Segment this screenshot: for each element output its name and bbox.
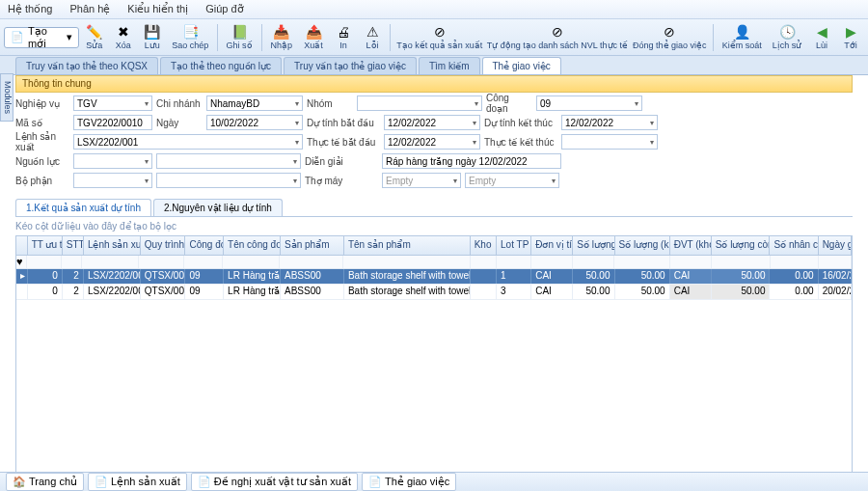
label-congdoan: Công đoạn [486, 93, 532, 114]
history-button[interactable]: 🕓Lịch sử [768, 21, 806, 54]
col-soluongconlai[interactable]: Số lượng còn lại [712, 236, 771, 255]
create-result-button[interactable]: ⊘Tạo kết quả sản xuất [394, 21, 485, 54]
menubar: Hệ thống Phân hệ Kiểu hiển thị Giúp đỡ [0, 0, 868, 19]
export-icon: 📤 [306, 24, 321, 40]
thuctebatdau-field[interactable]: 12/02/2022 [384, 134, 480, 150]
thomay-field-1[interactable]: Empty [382, 173, 461, 188]
col-kho[interactable]: Kho [471, 236, 497, 255]
table-row[interactable]: 0 2 LSX/2202/001 QTSX/004 09 LR Hàng trắ… [16, 285, 852, 300]
export-button[interactable]: 📤Xuất [299, 21, 328, 54]
diengiai-field[interactable]: Ráp hàng trắng ngày 12/02/2022 [382, 153, 561, 169]
label-nhom: Nhóm [307, 98, 353, 109]
col-quytrinh[interactable]: Quy trình SX [141, 236, 186, 255]
bophan-field[interactable] [73, 173, 152, 188]
col-tencongdoan[interactable]: Tên công đoạn [224, 236, 281, 255]
nguonluc-field-2[interactable] [156, 153, 301, 169]
pencil-icon: ✏️ [87, 24, 102, 40]
close-card-button[interactable]: ⊘Đóng thẻ giao việc [630, 21, 709, 54]
col-stt[interactable]: STT [63, 236, 84, 255]
arrow-left-icon: ◀ [814, 24, 829, 40]
col-congdoan[interactable]: Công đoạn [185, 236, 224, 255]
forward-button[interactable]: ▶Tới [837, 21, 864, 54]
nguonluc-field[interactable] [73, 153, 152, 169]
tab-nguonluc[interactable]: Tạo thẻ theo nguồn lực [160, 57, 282, 74]
error-button[interactable]: ⚠Lỗi [359, 21, 386, 54]
col-lottp[interactable]: Lot TP [497, 236, 531, 255]
col-dvtkho[interactable]: ĐVT (kho) [670, 236, 712, 255]
menu-hethong[interactable]: Hệ thống [8, 3, 52, 15]
grid-filter-row[interactable]: ♥ [16, 256, 852, 269]
edit-button[interactable]: ✏️Sửa [81, 21, 108, 54]
col-donvitinh[interactable]: Đơn vị tính [531, 236, 573, 255]
delete-button[interactable]: ✖Xóa [110, 21, 137, 54]
record-button[interactable]: 📗Ghi số [222, 21, 258, 54]
home-icon: 🏠 [13, 476, 26, 488]
arrow-right-icon: ▶ [843, 24, 858, 40]
print-button[interactable]: 🖨In [330, 21, 357, 54]
x-icon: ✖ [116, 24, 131, 40]
grid-body: ▸ 0 2 LSX/2202/001 QTSX/004 09 LR Hàng t… [16, 269, 852, 485]
cancel-icon: ⊘ [662, 24, 677, 40]
modules-side-tab[interactable]: Modules [0, 73, 14, 122]
label-thucteketthuc: Thực tế kết thúc [484, 137, 557, 148]
copy-button[interactable]: 📑Sao chép [168, 21, 213, 54]
col-lenhsx[interactable]: Lệnh sản xuất [84, 236, 141, 255]
tab-kqsx[interactable]: Truy vấn tạo thẻ theo KQSX [15, 57, 158, 74]
back-button[interactable]: ◀Lùi [808, 21, 835, 54]
menu-phanhe[interactable]: Phân hệ [69, 3, 110, 15]
toolbar: 📄 Tạo mới ▾ ✏️Sửa ✖Xóa 💾Lưu 📑Sao chép 📗G… [0, 19, 868, 56]
create-new-dropdown[interactable]: 📄 Tạo mới ▾ [4, 27, 79, 48]
menu-kieuhienthi[interactable]: Kiểu hiển thị [127, 3, 188, 15]
control-button[interactable]: 👤Kiểm soát [718, 21, 766, 54]
col-soluongkho[interactable]: Số lượng (kho) [615, 236, 670, 255]
bophan-field-2[interactable] [156, 173, 301, 188]
status-trangchu[interactable]: 🏠Trang chủ [6, 473, 84, 491]
tab-truy-van-the[interactable]: Truy vấn tạo thẻ giao việc [284, 57, 417, 74]
status-thegiaoviec[interactable]: 📄Thẻ giao việc [362, 473, 456, 491]
col-sonhancong[interactable]: Số nhân công [770, 236, 818, 255]
menu-giupdo[interactable]: Giúp đỡ [205, 3, 243, 15]
dutinhketthuc-field[interactable]: 12/02/2022 [561, 115, 658, 130]
grid-header: TT ưu tiên STT Lệnh sản xuất Quy trình S… [16, 236, 852, 256]
nhom-field[interactable] [357, 95, 482, 111]
import-button[interactable]: 📥Nhập [265, 21, 297, 54]
save-button[interactable]: 💾Lưu [139, 21, 166, 54]
col-ngay[interactable]: Ngày gi [819, 236, 852, 255]
disk-icon: 💾 [145, 24, 160, 40]
tab-thegiaoviec[interactable]: Thẻ giao việc [482, 57, 561, 74]
congdoan-field[interactable]: 09 [536, 95, 642, 111]
subtab-nvl[interactable]: 2.Nguyên vật liệu dự tính [153, 199, 283, 216]
cancel-icon: ⊘ [432, 24, 448, 40]
sub-tabs: 1.Kết quả sản xuất dự tính 2.Nguyên vật … [15, 199, 853, 217]
label-lenhsanxuat: Lệnh sản xuất [15, 131, 69, 152]
label-nguonluc: Nguồn lực [15, 156, 69, 167]
label-dutinhbatdau: Dự tính bắt đầu [307, 118, 380, 128]
col-tensanpham[interactable]: Tên sản phẩm [344, 236, 471, 255]
doc-tabs: Truy vấn tạo thẻ theo KQSX Tạo thẻ theo … [0, 56, 868, 75]
thucteketthuc-field[interactable] [561, 134, 658, 150]
label-chinhanh: Chi nhánh [156, 98, 203, 109]
auto-nvl-button[interactable]: ⊘Tự động tạo danh sách NVL thực tế [487, 21, 628, 54]
col-soluong[interactable]: Số lượng [573, 236, 614, 255]
chinhanh-field[interactable]: NhamayBD [206, 95, 303, 111]
col-sanpham[interactable]: Sản phẩm [281, 236, 344, 255]
subtab-kqsx[interactable]: 1.Kết quả sản xuất dự tính [15, 199, 151, 216]
table-row[interactable]: ▸ 0 2 LSX/2202/001 QTSX/004 09 LR Hàng t… [16, 269, 852, 285]
label-ngay: Ngày [156, 118, 203, 128]
print-icon: 🖨 [336, 24, 351, 40]
warning-icon: ⚠ [365, 24, 380, 40]
status-lenhsanxuat[interactable]: 📄Lệnh sản xuất [88, 473, 187, 491]
copy-icon: 📑 [182, 24, 198, 40]
thomay-field-2[interactable]: Empty [465, 173, 559, 188]
status-denghi[interactable]: 📄Đề nghị xuất vật tư sản xuất [191, 473, 358, 491]
lenhsanxuat-field[interactable]: LSX/2202/001 [73, 134, 303, 150]
doc-icon: 📄 [95, 476, 108, 488]
nghiepvu-field[interactable]: TGV [73, 95, 152, 111]
section-header: Thông tin chung [15, 75, 853, 93]
dutinhbatdau-field[interactable]: 12/02/2022 [384, 115, 480, 130]
col-ttuutien[interactable]: TT ưu tiên [28, 236, 63, 255]
tab-timkiem[interactable]: Tìm kiếm [419, 57, 480, 74]
form-area: Nghiệp vụ TGV Chi nhánh NhamayBD Nhóm Cô… [15, 93, 853, 197]
ngay-field[interactable]: 10/02/2022 [206, 115, 303, 130]
maso-field[interactable]: TGV2202/0010 [73, 115, 152, 130]
